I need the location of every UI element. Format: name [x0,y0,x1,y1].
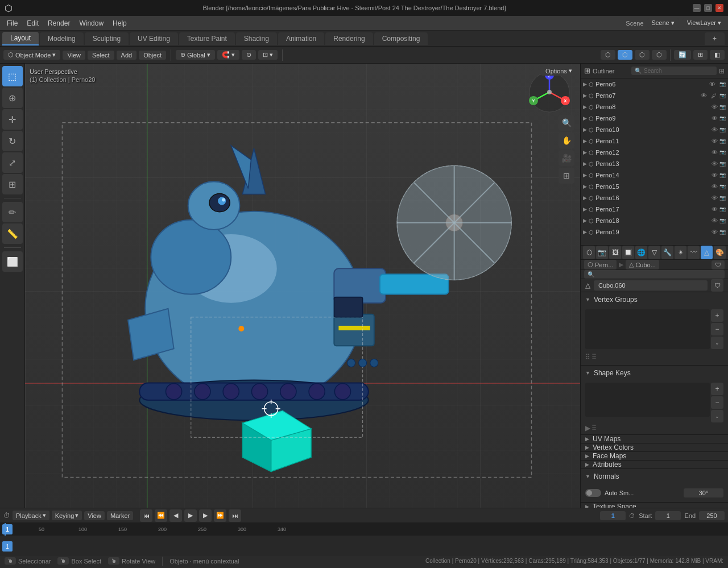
gizmo-toggle[interactable]: 🔄 [674,50,691,60]
menu-window[interactable]: Window [75,18,108,29]
scene-selector[interactable]: Scene ▾ [647,18,679,28]
remove-vertex-group-button[interactable]: − [711,323,723,335]
play-button[interactable]: ▶ [184,509,197,522]
menu-render[interactable]: Render [43,18,75,29]
zoom-in-button[interactable]: 🔍 [559,115,574,131]
vertex-group-expand-button[interactable]: ⌄ [711,337,723,349]
perspective-toggle[interactable]: ⊞ [559,168,574,184]
jump-start-button[interactable]: ⏮ [140,509,152,522]
outliner-item-perno15[interactable]: ▶ ⬡ Perno15 👁 📷 [581,181,728,192]
shape-key-expand-button[interactable]: ⌄ [711,410,723,422]
pan-tool[interactable]: ✋ [559,132,574,148]
tool-rotate[interactable]: ↻ [2,131,23,151]
overlay-toggle[interactable]: ⊞ [693,50,708,60]
add-workspace-button[interactable]: + [705,32,725,45]
props-tab-world[interactable]: 🌐 [635,246,647,259]
outliner-search[interactable]: 🔍 Search [631,67,717,75]
visibility-icon[interactable]: 👁 [701,92,707,99]
view-menu-tl[interactable]: View [84,511,105,520]
outliner-item-perno14[interactable]: ▶ ⬡ Perno14 👁 📷 [581,169,728,181]
tool-move[interactable]: ✛ [2,109,23,130]
viewport-shading-solid[interactable]: ⬡ [618,50,632,60]
menu-edit[interactable]: Edit [22,18,43,29]
proportional-edit[interactable]: ⊙ [242,50,256,60]
start-frame-field[interactable]: 1 [655,511,681,520]
next-keyframe-button[interactable]: ▶ [199,509,212,522]
tool-select[interactable]: ⬚ [2,66,23,86]
fake-user-button[interactable]: 🛡 [711,279,723,292]
outliner-item-perno13[interactable]: ▶ ⬡ Perno13 👁 📷 [581,158,728,169]
viewport-options-button[interactable]: Options ▾ [541,66,577,76]
next-frame-button[interactable]: ⏩ [214,509,226,522]
auto-smooth-toggle[interactable] [585,489,601,497]
camera-icon[interactable]: 🖊 [711,93,717,99]
close-button[interactable]: ✕ [715,4,723,12]
props-path-mesh[interactable]: △ Cubo... [626,260,659,270]
props-tab-data[interactable]: △ [701,246,713,259]
render-visibility-icon[interactable]: 📷 [719,81,726,87]
tab-shading[interactable]: Shading [236,32,277,45]
viewport-gizmo[interactable]: Z X Y [527,69,572,115]
props-tab-render[interactable]: 📷 [596,246,608,259]
maximize-button[interactable]: □ [704,4,712,12]
props-shield-button[interactable]: 🛡 [712,260,725,270]
remove-shape-key-button[interactable]: − [711,396,723,409]
tool-add-cube[interactable]: ⬜ [2,251,23,272]
tab-layout[interactable]: Layout [2,32,39,45]
normals-header[interactable]: ▼ Normals [581,469,728,484]
smooth-angle-field[interactable]: 30° [684,488,723,497]
tab-animation[interactable]: Animation [278,32,324,45]
outliner-item-perno11[interactable]: ▶ ⬡ Perno11 👁 📷 [581,135,728,147]
attributes-section[interactable]: ▶ Attributes [581,461,728,469]
props-tab-modifier[interactable]: 🔧 [661,246,673,259]
props-tab-object[interactable]: ▽ [648,246,660,259]
viewport-shading-wire[interactable]: ⬡ [601,50,615,60]
jump-end-button[interactable]: ⏭ [229,509,241,522]
tab-uv-editing[interactable]: UV Editing [130,32,178,45]
outliner-filter-icon[interactable]: ⊞ [719,67,725,75]
tool-transform[interactable]: ⊞ [2,174,23,194]
tool-measure[interactable]: 📏 [2,223,23,244]
menu-help[interactable]: Help [108,18,131,29]
shape-keys-header[interactable]: ▼ Shape Keys [581,366,728,380]
transform-pivot[interactable]: ⊡ ▾ [258,50,278,60]
viewlayer-selector[interactable]: ViewLayer ▾ [682,18,726,28]
props-tab-viewlayer[interactable]: 🔲 [622,246,634,259]
tab-rendering[interactable]: Rendering [325,32,373,45]
tab-compositing[interactable]: Compositing [374,32,428,45]
props-tab-material[interactable]: 🎨 [714,246,726,259]
tool-annotate[interactable]: ✏ [2,202,23,222]
end-frame-field[interactable]: 250 [699,511,725,520]
uv-maps-section[interactable]: ▶ UV Maps [581,435,728,443]
current-frame-field[interactable]: 1 [600,511,626,520]
outliner-item-perno19[interactable]: ▶ ⬡ Perno19 👁 📷 [581,226,728,238]
outliner-item-perno9[interactable]: ▶ ⬡ Perno9 👁 📷 [581,113,728,124]
camera-view[interactable]: 🎥 [559,150,574,166]
face-maps-section[interactable]: ▶ Face Maps [581,452,728,461]
viewport-shading-render[interactable]: ⬡ [652,50,667,60]
viewport[interactable]: Z X Y User Perspective (1) Collection | … [25,64,580,508]
playback-menu[interactable]: Playback ▾ [13,511,49,520]
marker-menu[interactable]: Marker [107,511,133,520]
texture-space-section[interactable]: ▶ Texture Space [581,503,728,508]
menu-file[interactable]: File [2,18,22,29]
outliner-item-perno6[interactable]: ▶ ⬡ Perno6 👁 📷 [581,78,728,90]
vertex-groups-list[interactable] [585,309,710,349]
props-search-input[interactable]: 🔍 [584,270,725,279]
tab-texture-paint[interactable]: Texture Paint [179,32,235,45]
tab-sculpting[interactable]: Sculpting [85,32,129,45]
vertex-colors-section[interactable]: ▶ Vertex Colors [581,443,728,452]
minimize-button[interactable]: — [693,4,701,12]
props-path-object[interactable]: ⬡ Pern... [584,260,617,270]
prev-frame-button[interactable]: ⏪ [155,509,167,522]
add-vertex-group-button[interactable]: + [711,309,723,322]
mesh-name-field[interactable]: Cubo.060 [594,280,708,291]
render-icon[interactable]: 📷 [719,93,726,98]
frame-indicator-block[interactable]: 1 [2,524,13,534]
view-menu[interactable]: View [63,51,85,60]
prev-keyframe-button[interactable]: ◀ [169,509,182,522]
timeline-ruler[interactable]: 1 50 100 150 200 250 300 340 1 [0,523,728,536]
add-menu[interactable]: Add [117,51,137,60]
outliner-item-perno7[interactable]: ▶ ⬡ Perno7 👁 🖊 📷 [581,90,728,101]
timeline-body[interactable]: 1 [0,536,728,556]
